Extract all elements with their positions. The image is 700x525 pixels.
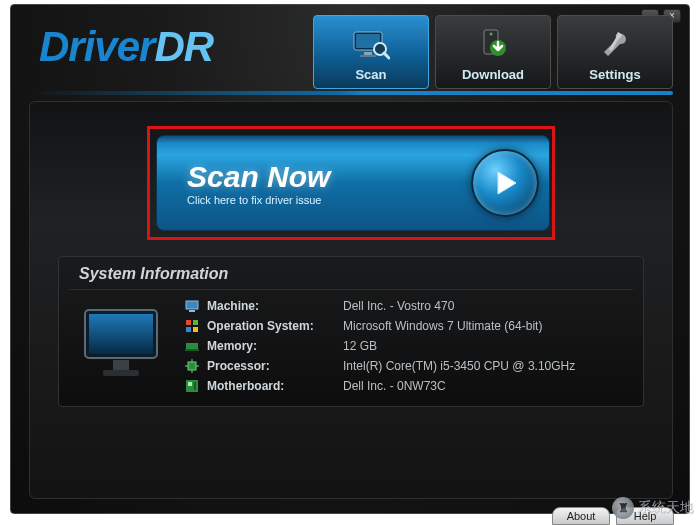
computer-icon	[185, 299, 199, 313]
processor-label: Processor:	[207, 359, 335, 373]
svg-rect-18	[186, 320, 191, 325]
motherboard-label: Motherboard:	[207, 379, 335, 393]
memory-value: 12 GB	[343, 339, 377, 353]
svg-rect-17	[189, 310, 195, 312]
os-label: Operation System:	[207, 319, 335, 333]
svg-rect-3	[360, 55, 376, 57]
tab-download-label: Download	[462, 67, 524, 82]
row-motherboard: Motherboard: Dell Inc. - 0NW73C	[185, 376, 575, 396]
svg-marker-11	[498, 172, 516, 194]
app-logo: DriverDR	[39, 23, 213, 71]
row-os: Operation System: Microsoft Windows 7 Ul…	[185, 316, 575, 336]
row-memory: Memory: 12 GB	[185, 336, 575, 356]
play-arrow-icon	[471, 149, 539, 217]
scan-highlight-box: Scan Now Click here to fix driver issue	[147, 126, 555, 240]
svg-rect-22	[186, 343, 198, 349]
watermark-badge-icon: ♜	[612, 497, 634, 519]
svg-point-7	[490, 33, 493, 36]
svg-rect-20	[186, 327, 191, 332]
memory-label: Memory:	[207, 339, 335, 353]
svg-rect-31	[194, 382, 196, 390]
tab-bar: Scan Download Settings	[313, 15, 673, 89]
cpu-icon	[185, 359, 199, 373]
machine-label: Machine:	[207, 299, 335, 313]
motherboard-value: Dell Inc. - 0NW73C	[343, 379, 446, 393]
tab-settings[interactable]: Settings	[557, 15, 673, 89]
svg-rect-30	[188, 382, 192, 386]
system-information-heading: System Information	[69, 263, 633, 290]
scan-now-button[interactable]: Scan Now Click here to fix driver issue	[156, 135, 550, 231]
app-window: – × DriverDR Scan	[10, 4, 690, 514]
tab-underline	[29, 91, 673, 95]
logo-part2: DR	[154, 23, 213, 70]
svg-rect-14	[113, 360, 129, 370]
svg-rect-19	[193, 320, 198, 325]
svg-line-5	[384, 53, 389, 58]
main-panel: Scan Now Click here to fix driver issue …	[29, 101, 673, 499]
row-machine: Machine: Dell Inc. - Vostro 470	[185, 296, 575, 316]
watermark-text: 系统天地	[638, 499, 694, 517]
about-button[interactable]: About	[552, 507, 610, 525]
logo-part1: Driver	[39, 23, 154, 70]
system-info-table: Machine: Dell Inc. - Vostro 470 Operatio…	[185, 296, 575, 396]
svg-rect-23	[185, 349, 199, 351]
motherboard-icon	[185, 379, 199, 393]
svg-rect-2	[364, 52, 372, 55]
tab-scan-label: Scan	[355, 67, 386, 82]
watermark: ♜ 系统天地	[612, 497, 694, 519]
monitor-search-icon	[352, 30, 390, 63]
svg-rect-21	[193, 327, 198, 332]
tab-scan[interactable]: Scan	[313, 15, 429, 89]
download-icon	[476, 28, 510, 63]
tab-download[interactable]: Download	[435, 15, 551, 89]
scan-button-text: Scan Now Click here to fix driver issue	[187, 160, 451, 206]
system-information-panel: System Information	[58, 256, 644, 407]
tab-settings-label: Settings	[589, 67, 640, 82]
monitor-icon	[79, 304, 169, 388]
os-value: Microsoft Windows 7 Ultimate (64-bit)	[343, 319, 542, 333]
svg-rect-16	[186, 301, 198, 309]
tools-icon	[598, 30, 632, 63]
scan-button-title: Scan Now	[187, 160, 451, 194]
ram-icon	[185, 339, 199, 353]
svg-rect-24	[188, 362, 196, 370]
machine-value: Dell Inc. - Vostro 470	[343, 299, 454, 313]
row-processor: Processor: Intel(R) Core(TM) i5-3450 CPU…	[185, 356, 575, 376]
svg-rect-15	[103, 370, 139, 376]
windows-icon	[185, 319, 199, 333]
scan-button-subtitle: Click here to fix driver issue	[187, 194, 451, 206]
processor-value: Intel(R) Core(TM) i5-3450 CPU @ 3.10GHz	[343, 359, 575, 373]
svg-rect-13	[89, 314, 153, 354]
